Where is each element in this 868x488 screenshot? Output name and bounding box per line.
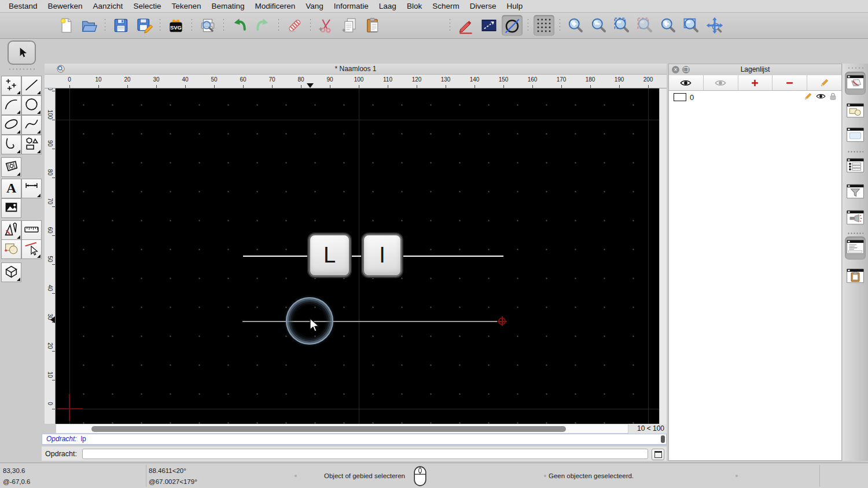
origin-crosshair — [57, 408, 83, 409]
command-input[interactable] — [82, 449, 648, 459]
layer-visibility-icon[interactable] — [816, 93, 826, 99]
toolbar-copy-button[interactable] — [339, 15, 360, 36]
toolbar-delete-button[interactable] — [284, 15, 305, 36]
menu-diverse[interactable]: Diverse — [465, 2, 502, 10]
menu-bewerken[interactable]: Bewerken — [43, 2, 88, 10]
toolbar-svg-export-button[interactable]: SVG — [165, 15, 186, 36]
red-pencil-icon — [457, 17, 475, 34]
menu-bemating[interactable]: Bemating — [206, 2, 249, 10]
pan-icon — [706, 17, 723, 34]
toolbar-save-button[interactable] — [111, 15, 131, 36]
toolbar-zoom-previous-button[interactable] — [658, 15, 679, 36]
toolbar-zoom-out-button[interactable] — [589, 15, 609, 36]
panel-toggle-pen-toolbar[interactable] — [845, 207, 866, 230]
canvas-vertical-scrollbar[interactable] — [659, 88, 667, 424]
tool-dimension-button[interactable] — [21, 179, 42, 198]
command-options-button[interactable] — [652, 449, 664, 460]
status-bar: 83,30.6 @-67,0.6 88.4611<20° @67.0027<17… — [0, 463, 868, 488]
layer-row[interactable]: 0 — [669, 90, 841, 104]
toolbar-circle-diagonal-button[interactable] — [502, 15, 523, 36]
tool-shapes-button[interactable] — [1, 239, 21, 259]
menu-hulp[interactable]: Hulp — [501, 2, 528, 10]
ruler-tick — [214, 85, 215, 88]
document-title-bar[interactable]: * Naamloos 1 — [45, 64, 667, 75]
panel-toggle-block-list[interactable] — [845, 100, 866, 123]
tool-spline-button[interactable] — [21, 115, 42, 135]
tool-box-3d-button[interactable] — [1, 263, 21, 282]
strip-drag-handle[interactable] — [847, 67, 863, 69]
toolbar-zoom-auto-button[interactable] — [612, 15, 632, 36]
history-scrollbar-thumb[interactable] — [661, 435, 665, 443]
flyout-indicator — [17, 130, 20, 134]
panel-toggle-clipboard[interactable] — [845, 265, 866, 289]
remove-layer-button[interactable] — [773, 75, 807, 90]
tool-hatch-button[interactable] — [1, 157, 21, 177]
tool-measure-button[interactable] — [21, 220, 42, 240]
toolbar-save-as-button[interactable] — [134, 15, 155, 36]
toolbar-print-preview-button[interactable] — [197, 15, 218, 36]
drawing-canvas[interactable]: L I — [56, 88, 659, 424]
toolbar-new-button[interactable] — [56, 15, 76, 36]
menu-modificeren[interactable]: Modificeren — [250, 2, 301, 10]
flyout-indicator — [37, 110, 41, 114]
toolbar-pan-button[interactable] — [704, 15, 725, 36]
circle-diagonal-icon — [503, 17, 521, 34]
scrollbar-thumb[interactable] — [91, 426, 566, 432]
hide-all-layers-button[interactable] — [704, 75, 738, 90]
select-tool-button[interactable] — [8, 40, 36, 65]
panel-toggle-view-list[interactable] — [845, 124, 866, 147]
tool-points-button[interactable] — [1, 76, 21, 95]
strip-separator — [847, 151, 863, 153]
layer-edit-icon[interactable] — [804, 92, 812, 101]
toolbar-rect-diagonal-button[interactable] — [479, 15, 499, 36]
toolbar-grid-button[interactable] — [534, 15, 554, 36]
toolbar-red-pencil-button[interactable] — [455, 15, 476, 36]
layer-lock-icon[interactable] — [829, 92, 837, 101]
menu-informatie[interactable]: Informatie — [329, 2, 374, 10]
toolbar-redo-button[interactable] — [252, 15, 273, 36]
show-all-layers-button[interactable] — [669, 75, 704, 90]
menu-selectie[interactable]: Selectie — [128, 2, 166, 10]
grid-status: 10 < 100 — [637, 424, 664, 432]
ruler-label: 100 — [47, 108, 53, 121]
ruler-label: 50 — [47, 252, 53, 266]
tool-polyline-button[interactable] — [1, 135, 21, 154]
tool-polygon-button[interactable] — [21, 135, 42, 154]
panel-toggle-layer-list[interactable] — [845, 72, 866, 95]
edit-layer-button[interactable] — [807, 75, 841, 90]
tool-arc-button[interactable] — [1, 95, 21, 115]
menu-blok[interactable]: Blok — [402, 2, 427, 10]
print-preview-icon — [199, 17, 216, 34]
toolbar-zoom-window-button[interactable] — [681, 15, 702, 36]
flyout-indicator — [17, 150, 20, 153]
menu-bestand[interactable]: Bestand — [3, 2, 43, 10]
panel-toggle-command-line[interactable] — [845, 236, 866, 260]
toolbar-zoom-in-button[interactable] — [565, 15, 586, 36]
menu-laag[interactable]: Laag — [374, 2, 402, 10]
toolbar-open-button[interactable] — [79, 15, 100, 36]
menu-aanzicht[interactable]: Aanzicht — [88, 2, 128, 10]
toolbar-zoom-selection-button[interactable] — [635, 15, 656, 36]
tool-drafting-tools-button[interactable] — [1, 220, 21, 240]
panel-toggle-property-editor[interactable] — [845, 155, 866, 178]
ruler-label: 130 — [441, 76, 451, 83]
window-icon — [654, 451, 662, 458]
menu-tekenen[interactable]: Tekenen — [166, 2, 206, 10]
palette-drag-handle[interactable] — [8, 68, 35, 70]
drawn-line-lower[interactable] — [242, 321, 501, 322]
add-layer-button[interactable] — [738, 75, 773, 90]
ruler-label: 110 — [47, 88, 53, 93]
tool-circle-button[interactable] — [21, 95, 42, 115]
toolbar-cut-button[interactable] — [316, 15, 337, 36]
toolbar-undo-button[interactable] — [229, 15, 250, 36]
tool-text-button[interactable]: A — [1, 179, 21, 198]
tool-line-button[interactable] — [21, 76, 42, 95]
tool-ellipse-button[interactable] — [1, 115, 21, 135]
tool-select-line-button[interactable] — [21, 239, 42, 259]
tool-image-button[interactable] — [1, 198, 21, 218]
panel-toggle-selection-filter[interactable] — [845, 181, 866, 204]
menu-scherm[interactable]: Scherm — [427, 2, 465, 10]
canvas-horizontal-scrollbar[interactable] — [56, 424, 628, 434]
toolbar-paste-button[interactable] — [362, 15, 383, 36]
menu-vang[interactable]: Vang — [300, 2, 329, 10]
